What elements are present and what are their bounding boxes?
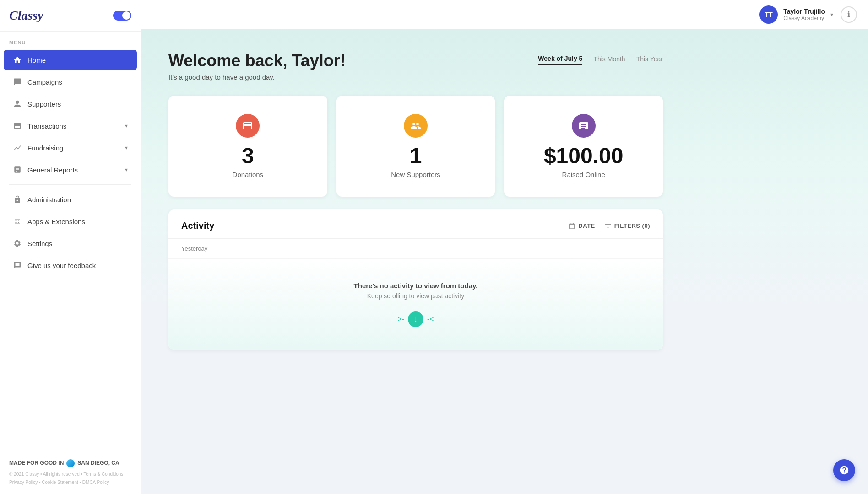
general-reports-chevron: ▾ (125, 166, 128, 173)
scroll-down-button[interactable]: >- ↓ -< (397, 311, 434, 327)
date-filter-button[interactable]: DATE (568, 222, 595, 230)
campaigns-icon (13, 77, 22, 86)
footer-links: Privacy Policy • Cookie Statement • DMCA… (9, 478, 131, 487)
nav-administration[interactable]: Administration (4, 189, 137, 209)
donations-icon-circle (236, 114, 260, 138)
administration-icon (13, 195, 22, 204)
apps-icon (13, 217, 22, 226)
supporters-label: New Supporters (391, 171, 440, 178)
supporters-icon-circle (404, 114, 428, 138)
tab-year[interactable]: This Year (636, 55, 663, 64)
home-icon (13, 55, 22, 64)
fundraising-icon (13, 143, 22, 152)
tab-week[interactable]: Week of July 5 (538, 55, 582, 65)
welcome-heading: Welcome back, Taylor! (168, 51, 346, 70)
content-inner: Welcome back, Taylor! It's a good day to… (141, 29, 690, 368)
activity-controls: DATE FILTERS (0) (568, 222, 650, 230)
logo: Classy (9, 8, 43, 23)
nav-campaigns[interactable]: Campaigns (4, 72, 137, 92)
right-arrow: -< (427, 315, 434, 323)
raised-icon-circle (572, 114, 596, 138)
stat-raised: $100.00 Raised Online (504, 96, 663, 197)
supporters-icon (13, 99, 22, 108)
stat-donations: 3 Donations (168, 96, 327, 197)
tab-month[interactable]: This Month (593, 55, 625, 64)
welcome-subtitle: It's a good day to have a good day. (168, 73, 346, 81)
period-tabs: Week of July 5 This Month This Year (538, 51, 663, 65)
filters-button[interactable]: FILTERS (0) (604, 222, 650, 230)
stat-supporters: 1 New Supporters (336, 96, 495, 197)
feedback-icon (13, 261, 22, 270)
transactions-chevron: ▾ (125, 123, 128, 129)
user-org: Classy Academy (783, 15, 825, 21)
user-name: Taylor Trujillo (783, 8, 825, 15)
nav-transactions[interactable]: Transactions ▾ (4, 116, 137, 136)
topbar: TT Taylor Trujillo Classy Academy ▾ ℹ (141, 0, 868, 29)
nav-feedback[interactable]: Give us your feedback (4, 255, 137, 275)
raised-label: Raised Online (562, 171, 605, 178)
content-area: Welcome back, Taylor! It's a good day to… (141, 29, 868, 494)
settings-icon (13, 239, 22, 248)
supporters-value: 1 (410, 145, 422, 167)
sidebar: Classy MENU Home Campaigns Supporters Tr… (0, 0, 141, 494)
scroll-icon: ↓ (408, 311, 423, 327)
avatar: TT (760, 5, 778, 24)
nav-general-reports[interactable]: General Reports ▾ (4, 160, 137, 180)
activity-empty-state: There's no activity to view from today. … (168, 259, 663, 350)
user-menu-chevron: ▾ (830, 11, 833, 18)
sidebar-header: Classy (0, 0, 141, 32)
nav-supporters[interactable]: Supporters (4, 94, 137, 114)
activity-section-label: Yesterday (168, 239, 663, 259)
activity-title: Activity (181, 220, 214, 231)
transactions-icon (13, 121, 22, 130)
nav-divider (9, 184, 131, 185)
nav-fundraising[interactable]: Fundraising ▾ (4, 138, 137, 158)
footer-copyright: © 2021 Classy • All rights reserved • Te… (9, 470, 131, 478)
nav-apps-extensions[interactable]: Apps & Extensions (4, 211, 137, 231)
raised-value: $100.00 (544, 145, 624, 167)
sidebar-footer: MADE FOR GOOD IN SAN DIEGO, CA © 2021 Cl… (0, 451, 141, 494)
nav-settings[interactable]: Settings (4, 233, 137, 253)
activity-header: Activity DATE FILTERS (0) (168, 209, 663, 239)
menu-label: MENU (0, 32, 141, 49)
donations-label: Donations (233, 171, 264, 178)
info-button[interactable]: ℹ (841, 6, 857, 23)
nav-home[interactable]: Home (4, 50, 137, 70)
left-arrow: >- (397, 315, 404, 323)
toggle-switch[interactable] (113, 11, 131, 21)
donations-value: 3 (242, 145, 254, 167)
user-text: Taylor Trujillo Classy Academy (783, 8, 825, 21)
main-area: TT Taylor Trujillo Classy Academy ▾ ℹ We… (141, 0, 868, 494)
globe-icon (66, 459, 75, 467)
welcome-text: Welcome back, Taylor! It's a good day to… (168, 51, 346, 81)
activity-card: Activity DATE FILTERS (0) Yesterday (168, 209, 663, 350)
activity-empty-sub: Keep scrolling to view past activity (181, 292, 650, 300)
user-menu[interactable]: TT Taylor Trujillo Classy Academy ▾ (760, 5, 833, 24)
stats-row: 3 Donations 1 New Supporters $100.00 Rai… (168, 96, 663, 197)
fundraising-chevron: ▾ (125, 145, 128, 151)
activity-empty-heading: There's no activity to view from today. (181, 282, 650, 290)
help-button[interactable] (833, 459, 855, 481)
reports-icon (13, 165, 22, 174)
welcome-section: Welcome back, Taylor! It's a good day to… (168, 51, 663, 81)
